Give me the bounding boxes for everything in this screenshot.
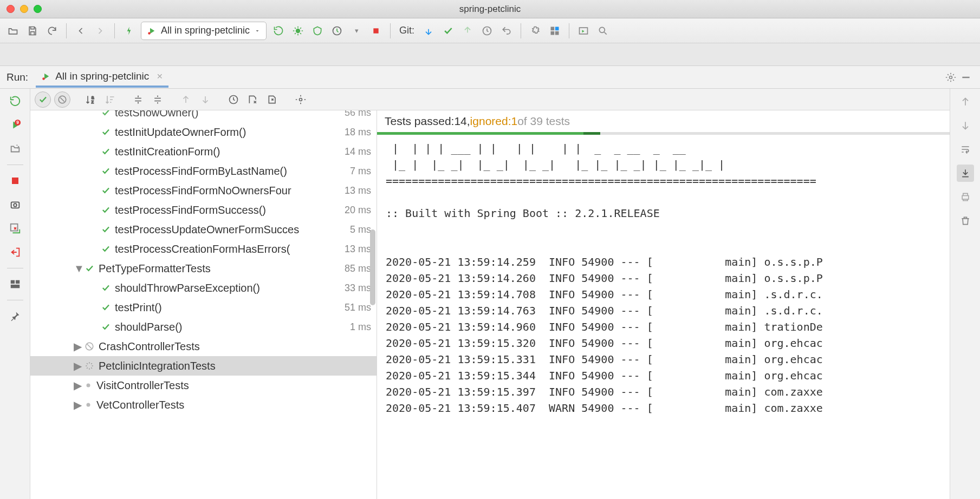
window-title: spring-petclinic <box>0 4 980 15</box>
toggle-auto-test-button[interactable] <box>7 141 23 157</box>
run-label: Run: <box>7 71 28 83</box>
test-tree[interactable]: testShowOwner()56 mstestInitUpdateOwnerF… <box>30 110 377 499</box>
test-node[interactable]: testProcessFindFormSuccess()20 ms <box>30 200 377 220</box>
run-anything-icon[interactable] <box>576 23 591 38</box>
test-settings-icon[interactable] <box>293 91 309 108</box>
clear-all-icon[interactable] <box>957 212 974 229</box>
stop-icon[interactable] <box>368 23 384 38</box>
test-name: testProcessUpdateOwnerFormSucces <box>115 224 347 236</box>
test-duration: 33 ms <box>345 283 371 294</box>
soft-wrap-icon[interactable] <box>957 141 974 158</box>
test-node[interactable]: testInitUpdateOwnerForm()18 ms <box>30 122 377 142</box>
git-history-icon[interactable] <box>479 23 495 38</box>
scroll-up-icon[interactable] <box>957 93 974 110</box>
prev-failed-icon[interactable] <box>178 91 194 108</box>
run-tab[interactable]: All in spring-petclinic ✕ <box>36 67 168 88</box>
show-passed-toggle[interactable] <box>35 91 51 108</box>
test-node[interactable]: ▼PetTypeFormatterTests85 ms <box>30 259 377 278</box>
more-run-icon[interactable]: ▾ <box>349 23 364 38</box>
svg-rect-30 <box>962 196 969 200</box>
test-node[interactable]: shouldParse()1 ms <box>30 317 377 337</box>
git-commit-icon[interactable] <box>440 23 456 38</box>
hide-toolwindow-icon[interactable] <box>958 70 973 85</box>
settings-icon[interactable] <box>528 23 543 38</box>
search-icon[interactable] <box>595 23 611 38</box>
debug-icon[interactable] <box>290 23 306 38</box>
scrollbar-thumb[interactable] <box>370 229 375 305</box>
rerun-icon[interactable] <box>271 23 286 38</box>
test-history-icon[interactable] <box>225 91 242 108</box>
test-node[interactable]: ▶CrashControllerTests <box>30 337 377 356</box>
coverage-icon[interactable] <box>310 23 325 38</box>
import-results-icon[interactable] <box>245 91 261 108</box>
refresh-icon[interactable] <box>44 23 60 38</box>
scroll-to-end-icon[interactable] <box>957 165 974 182</box>
test-node[interactable]: testProcessUpdateOwnerFormSucces5 ms <box>30 220 377 239</box>
git-revert-icon[interactable] <box>499 23 514 38</box>
svg-rect-3 <box>373 28 378 33</box>
test-node[interactable]: testProcessCreationFormHasErrors(13 ms <box>30 239 377 259</box>
sort-duration-icon[interactable] <box>102 91 118 108</box>
editor-tabs-band <box>0 43 980 66</box>
svg-rect-21 <box>10 285 20 288</box>
test-node[interactable]: testProcessFindFormNoOwnersFour13 ms <box>30 181 377 200</box>
toolwindow-settings-icon[interactable] <box>943 70 958 85</box>
sort-alpha-icon[interactable]: az <box>82 91 99 108</box>
rerun-failed-button[interactable]: 9 <box>7 117 23 133</box>
build-icon[interactable] <box>121 23 137 38</box>
tree-arrow-icon[interactable]: ▶ <box>74 379 82 392</box>
project-structure-icon[interactable] <box>547 23 562 38</box>
test-duration: 18 ms <box>345 127 371 138</box>
svg-rect-19 <box>10 280 14 284</box>
next-failed-icon[interactable] <box>197 91 213 108</box>
collapse-all-icon[interactable] <box>150 91 166 108</box>
print-icon[interactable] <box>957 188 974 206</box>
run-configuration-dropdown[interactable]: All in spring-petclinic <box>141 22 267 40</box>
test-node[interactable]: testPrint()51 ms <box>30 298 377 317</box>
git-push-icon[interactable] <box>460 23 475 38</box>
console-output[interactable]: | | | | ___ | | | | | | _ _ __ _ __ |_ |… <box>377 135 950 499</box>
tree-arrow-icon[interactable]: ▶ <box>74 359 82 372</box>
test-node[interactable]: testProcessFindFormByLastName()7 ms <box>30 161 377 181</box>
test-node[interactable]: ▶PetclinicIntegrationTests <box>30 356 377 376</box>
open-icon[interactable] <box>5 23 21 38</box>
pin-button[interactable] <box>7 308 23 324</box>
exit-button[interactable] <box>7 244 23 260</box>
test-name: shouldThrowParseException() <box>115 282 341 294</box>
expand-all-icon[interactable] <box>130 91 146 108</box>
show-ignored-toggle[interactable] <box>54 91 70 108</box>
rerun-button[interactable] <box>7 93 23 109</box>
export-results-icon[interactable] <box>264 91 281 108</box>
svg-rect-16 <box>11 202 19 208</box>
tree-arrow-icon[interactable]: ▶ <box>74 340 82 353</box>
stop-button[interactable] <box>7 173 23 189</box>
import-tests-button[interactable] <box>7 220 23 237</box>
back-icon[interactable] <box>73 23 88 38</box>
run-toolwindow-header: Run: All in spring-petclinic ✕ <box>0 66 980 89</box>
tree-arrow-icon[interactable]: ▶ <box>74 398 82 411</box>
test-node[interactable]: testShowOwner()56 ms <box>30 110 377 122</box>
test-name: testInitCreationForm() <box>115 146 341 158</box>
scroll-down-icon[interactable] <box>957 117 974 134</box>
test-node[interactable]: ▶VetControllerTests <box>30 395 377 415</box>
tree-arrow-icon[interactable]: ▼ <box>74 262 82 275</box>
svg-rect-8 <box>555 31 559 35</box>
profile-icon[interactable] <box>329 23 345 38</box>
svg-point-29 <box>87 403 90 407</box>
test-duration: 1 ms <box>350 321 371 333</box>
test-node[interactable]: shouldThrowParseException()33 ms <box>30 278 377 298</box>
test-node[interactable]: testInitCreationForm()14 ms <box>30 142 377 161</box>
test-duration: 14 ms <box>345 146 371 157</box>
dump-threads-button[interactable] <box>7 196 23 213</box>
test-name: testInitUpdateOwnerForm() <box>115 126 341 139</box>
svg-rect-5 <box>551 27 555 30</box>
layout-button[interactable] <box>7 276 23 292</box>
forward-icon[interactable] <box>93 23 108 38</box>
svg-rect-20 <box>15 280 19 284</box>
test-node[interactable]: ▶VisitControllerTests <box>30 376 377 395</box>
close-tab-icon[interactable]: ✕ <box>157 72 163 81</box>
test-duration: 56 ms <box>345 110 371 119</box>
svg-point-17 <box>14 203 17 207</box>
save-icon[interactable] <box>25 23 40 38</box>
git-pull-icon[interactable] <box>421 23 436 38</box>
